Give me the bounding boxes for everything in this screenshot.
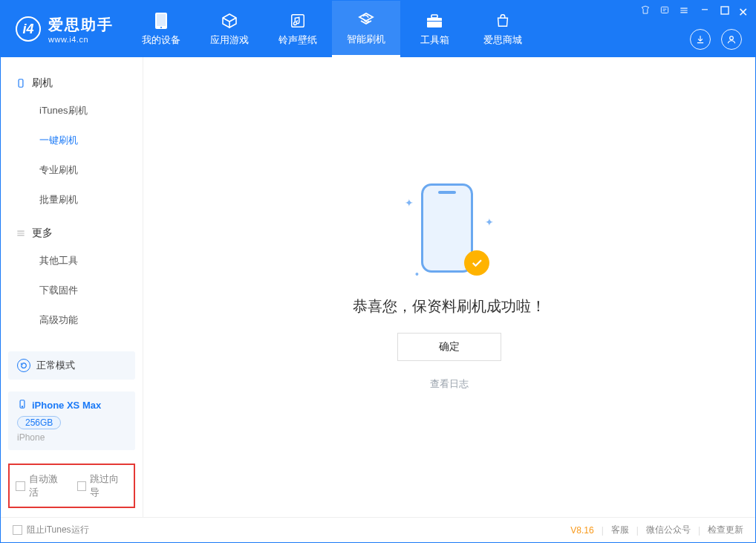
sidebar-item-onekey[interactable]: 一键刷机 [1, 126, 143, 155]
nav-store[interactable]: 爱思商城 [469, 1, 537, 57]
bag-icon [493, 11, 512, 30]
checkbox-label: 自动激活 [29, 472, 67, 499]
sparkle-icon: ✦ [485, 216, 494, 228]
nav-label: 智能刷机 [347, 33, 385, 46]
window-controls: － ✕ [640, 5, 748, 19]
music-icon [288, 11, 307, 30]
version-label: V8.16 [570, 525, 593, 536]
footer-link-wechat[interactable]: 微信公众号 [646, 524, 691, 536]
logo-badge-icon: i4 [16, 16, 41, 42]
check-badge-icon [464, 250, 489, 276]
footer: 阻止iTunes运行 V8.16 | 客服 | 微信公众号 | 检查更新 [1, 517, 755, 542]
svg-rect-10 [19, 79, 23, 88]
nav-label: 应用游戏 [210, 33, 249, 47]
view-log-link[interactable]: 查看日志 [430, 377, 469, 391]
nav-apps[interactable]: 应用游戏 [195, 1, 264, 57]
svg-point-9 [730, 36, 734, 40]
maximize-button[interactable] [720, 5, 729, 19]
feedback-icon[interactable] [659, 5, 670, 19]
sparkle-icon: • [415, 268, 419, 280]
topbar: i4 爱思助手 www.i4.cn 我的设备 应用游戏 铃声壁纸 智能刷机 [1, 1, 755, 57]
success-message: 恭喜您，保资料刷机成功啦！ [353, 296, 546, 316]
device-name-row: iPhone XS Max [17, 399, 126, 412]
sidebar-scroll[interactable]: 刷机 iTunes刷机 一键刷机 专业刷机 批量刷机 更多 其他工具 下载固件 … [1, 57, 143, 345]
sidebar-item-other[interactable]: 其他工具 [1, 246, 143, 276]
footer-link-update[interactable]: 检查更新 [708, 524, 743, 536]
svg-point-12 [22, 406, 22, 407]
svg-rect-4 [427, 18, 442, 27]
downloads-button[interactable] [690, 29, 711, 50]
nav-tools[interactable]: 工具箱 [400, 1, 469, 57]
skip-guide-checkbox[interactable]: 跳过向导 [77, 472, 128, 499]
svg-rect-6 [427, 21, 442, 22]
svg-rect-7 [661, 7, 668, 13]
block-itunes-checkbox[interactable]: 阻止iTunes运行 [13, 524, 89, 536]
checkbox-icon [16, 481, 25, 491]
nav-label: 工具箱 [420, 33, 449, 47]
auto-activate-checkbox[interactable]: 自动激活 [16, 472, 67, 499]
nav-device[interactable]: 我的设备 [127, 1, 195, 57]
main-panel: ✦ ✦ • 恭喜您，保资料刷机成功啦！ 确定 查看日志 [143, 57, 755, 517]
cube-icon [220, 11, 239, 30]
nav-label: 铃声壁纸 [278, 33, 317, 47]
app-logo: i4 爱思助手 www.i4.cn [1, 1, 127, 57]
svg-rect-1 [157, 14, 166, 26]
sidebar-section-more: 更多 [1, 215, 143, 246]
footer-link-support[interactable]: 客服 [611, 524, 629, 536]
footer-right: V8.16 | 客服 | 微信公众号 | 检查更新 [570, 524, 743, 536]
section-title: 更多 [32, 227, 53, 240]
device-outline-icon [16, 78, 26, 88]
hamburger-icon [16, 228, 26, 238]
device-type: iPhone [17, 432, 126, 443]
account-button[interactable] [721, 29, 742, 50]
sidebar: 刷机 iTunes刷机 一键刷机 专业刷机 批量刷机 更多 其他工具 下载固件 … [1, 57, 143, 517]
svg-rect-5 [431, 15, 437, 18]
close-button[interactable]: ✕ [738, 5, 748, 19]
sidebar-section-flash: 刷机 [1, 65, 143, 96]
minimize-button[interactable]: － [698, 5, 711, 19]
checkbox-label: 跳过向导 [90, 472, 128, 499]
sparkle-icon: ✦ [405, 197, 414, 209]
svg-rect-8 [721, 7, 729, 14]
app-url: www.i4.cn [48, 35, 114, 44]
ok-button[interactable]: 确定 [397, 333, 501, 361]
toolbox-icon [425, 11, 444, 30]
main-nav: 我的设备 应用游戏 铃声壁纸 智能刷机 工具箱 爱思商城 [127, 1, 537, 57]
app-window: i4 爱思助手 www.i4.cn 我的设备 应用游戏 铃声壁纸 智能刷机 [0, 0, 756, 543]
app-name: 爱思助手 [48, 15, 114, 35]
refresh-icon [356, 10, 376, 30]
body: 刷机 iTunes刷机 一键刷机 专业刷机 批量刷机 更多 其他工具 下载固件 … [1, 57, 755, 517]
nav-ring[interactable]: 铃声壁纸 [264, 1, 332, 57]
highlighted-options: 自动激活 跳过向导 [8, 464, 135, 508]
section-title: 刷机 [32, 77, 53, 90]
svg-point-2 [160, 27, 162, 28]
success-illustration: ✦ ✦ • [405, 183, 494, 280]
sidebar-item-firmware[interactable]: 下载固件 [1, 276, 143, 305]
menu-icon[interactable] [679, 5, 689, 19]
nav-flash[interactable]: 智能刷机 [332, 1, 400, 57]
device-box[interactable]: iPhone XS Max 256GB iPhone [8, 391, 135, 450]
sidebar-item-batch[interactable]: 批量刷机 [1, 185, 143, 215]
sidebar-item-pro[interactable]: 专业刷机 [1, 155, 143, 185]
mode-label: 正常模式 [36, 359, 75, 372]
device-name: iPhone XS Max [32, 400, 101, 411]
mode-box[interactable]: 正常模式 [8, 351, 135, 380]
phone-small-icon [17, 399, 27, 412]
nav-label: 爱思商城 [483, 33, 522, 47]
checkbox-label: 阻止iTunes运行 [27, 524, 89, 536]
sidebar-item-itunes[interactable]: iTunes刷机 [1, 96, 143, 126]
logo-text: 爱思助手 www.i4.cn [48, 15, 114, 44]
nav-label: 我的设备 [142, 33, 180, 47]
sidebar-item-adv[interactable]: 高级功能 [1, 305, 143, 335]
top-right-actions [690, 29, 742, 50]
checkbox-icon [13, 525, 22, 535]
phone-icon [151, 11, 171, 30]
theme-icon[interactable] [640, 5, 651, 19]
normal-mode-icon [17, 359, 30, 372]
device-capacity: 256GB [17, 416, 61, 429]
checkbox-icon [77, 481, 87, 491]
